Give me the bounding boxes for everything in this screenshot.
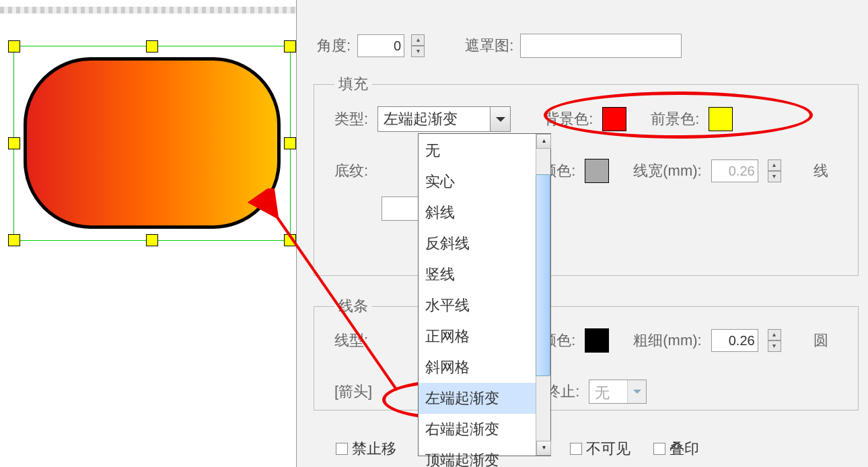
line-group: 线条 线型: 颜色: 粗细(mm): 0.26 ▴▾ 圆 [箭头] 终止: 无 [314,296,859,410]
selection-bounds [13,46,291,241]
handle-mid-right[interactable] [284,137,296,149]
handle-bottom-center[interactable] [146,234,158,246]
fill-linewidth-label: 线宽(mm): [633,161,701,181]
line-width-spinner[interactable]: ▴▾ [768,329,781,352]
properties-panel: 角度: 0 ▴▾ 遮罩图: 填充 类型: 左端起渐变 背景色: 前景色: 底纹: [296,0,868,467]
fill-type-option[interactable]: 右端起渐变 [419,414,550,445]
line-type-label: 线型: [334,330,368,351]
handle-mid-left[interactable] [8,137,20,149]
end-combo[interactable]: 无 [589,380,647,404]
fill-group: 填充 类型: 左端起渐变 背景色: 前景色: 底纹: 颜色: 线宽(mm): 0… [314,74,859,276]
scroll-down-button[interactable]: ▾ [536,441,551,456]
scroll-thumb[interactable] [536,174,550,376]
overprint-checkbox[interactable]: 叠印 [653,439,699,459]
handle-top-right[interactable] [284,40,296,52]
fill-type-value: 左端起渐变 [378,109,490,129]
fill-type-option[interactable]: 无 [419,135,550,166]
bg-color-swatch[interactable] [602,107,626,131]
handle-top-left[interactable] [8,40,20,52]
pattern-label: 底纹: [334,161,368,181]
fg-color-swatch[interactable] [709,107,733,131]
handle-top-center[interactable] [146,40,158,52]
fg-color-label: 前景色: [651,109,699,129]
top-row: 角度: 0 ▴▾ 遮罩图: [317,34,682,58]
checkbox-box-icon [336,443,348,455]
fill-type-label: 类型: [334,109,368,129]
fill-type-option[interactable]: 斜网格 [419,352,550,383]
fill-line-suffix: 线 [813,161,828,181]
end-combo-value: 无 [589,380,627,403]
angle-spinner[interactable]: ▴▾ [411,34,425,57]
scroll-up-button[interactable]: ▴ [536,134,551,149]
lock-checkbox[interactable]: 禁止移 [336,439,396,459]
line-round-label: 圆 [813,330,828,351]
canvas-area[interactable] [0,7,296,256]
line-width-label: 粗细(mm): [633,330,701,351]
fill-type-dropdown-list[interactable]: 无实心斜线反斜线竖线水平线正网格斜网格左端起渐变右端起渐变顶端起渐变 ▴ ▾ [418,133,551,456]
line-legend: 线条 [334,296,372,316]
angle-label: 角度: [317,36,351,56]
angle-input[interactable]: 0 [357,34,404,57]
lock-label: 禁止移 [352,439,396,459]
mask-label: 遮罩图: [465,36,513,56]
mask-input[interactable] [520,34,682,58]
invisible-label: 不可见 [586,439,630,459]
fill-type-combo[interactable]: 左端起渐变 [377,106,511,132]
fill-type-option[interactable]: 竖线 [419,259,550,290]
line-color-swatch[interactable] [585,328,609,353]
fill-linewidth-input[interactable]: 0.26 [711,159,758,182]
fill-type-option[interactable]: 斜线 [419,197,550,228]
fill-type-option[interactable]: 正网格 [419,321,550,352]
chevron-down-icon[interactable]: ▾ [411,46,425,57]
fill-type-dropdown-button[interactable] [490,107,510,131]
fill-legend: 填充 [334,74,372,94]
invisible-checkbox[interactable]: 不可见 [570,439,630,459]
fill-type-option[interactable]: 左端起渐变 [419,383,550,414]
fill-line-color-swatch[interactable] [585,159,609,183]
end-combo-button[interactable] [627,380,646,403]
bg-color-label: 背景色: [544,109,593,129]
fill-type-option[interactable]: 顶端起渐变 [419,445,550,467]
fill-type-option[interactable]: 反斜线 [419,228,550,259]
chevron-up-icon[interactable]: ▴ [411,34,425,46]
scrollbar-track[interactable]: ▴ ▾ [536,134,550,456]
checkbox-box-icon [570,443,582,455]
handle-bottom-right[interactable] [284,234,296,246]
ruler [0,7,296,13]
line-width-input[interactable]: 0.26 [711,329,758,352]
arrow-label: [箭头] [334,382,372,402]
checkbox-box-icon [653,443,665,455]
fill-type-option[interactable]: 实心 [419,166,550,197]
fill-type-option[interactable]: 水平线 [419,290,550,321]
fill-linewidth-spinner[interactable]: ▴▾ [768,159,781,182]
overprint-label: 叠印 [670,439,699,459]
handle-bottom-left[interactable] [8,234,20,246]
